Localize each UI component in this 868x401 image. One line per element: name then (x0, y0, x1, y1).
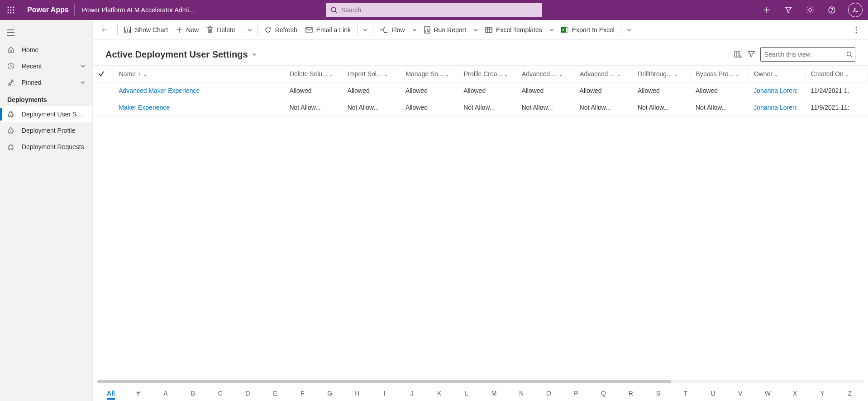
row-checkbox[interactable] (93, 99, 113, 116)
column-header[interactable]: Import Sol...⌄ (342, 66, 400, 82)
show-chart-button[interactable]: Show Chart (120, 23, 172, 37)
sidebar-item-deployment-user-settings[interactable]: Deployment User Se... (0, 106, 92, 122)
horizontal-scrollbar[interactable] (93, 378, 868, 385)
sidebar-item-home[interactable]: Home (0, 42, 92, 58)
help-icon[interactable] (821, 0, 843, 20)
alphabar-letter[interactable]: F (293, 390, 311, 397)
alphabar-letter[interactable]: J (403, 390, 421, 397)
sidebar-item-pinned[interactable]: Pinned (0, 74, 92, 91)
svg-line-33 (851, 56, 852, 57)
table-row[interactable]: Maker ExperienceNot Allow...Not Allow...… (93, 99, 868, 116)
alphabar-letter[interactable]: D (238, 390, 257, 397)
alphabar-letter[interactable]: R (622, 390, 640, 397)
alphabar-letter[interactable]: Y (813, 390, 831, 397)
column-header[interactable]: Advanced ...⌄ (516, 66, 574, 82)
row-checkbox[interactable] (93, 82, 113, 99)
column-header-name[interactable]: Name↑⌄ (113, 66, 284, 82)
avatar[interactable]: JL (848, 3, 863, 17)
alphabar-letter[interactable]: I (376, 390, 394, 397)
alphabar-letter[interactable]: N (512, 390, 530, 397)
delete-button[interactable]: Delete (203, 23, 238, 37)
export-excel-button[interactable]: Export to Excel (558, 23, 618, 37)
alphabar-letter[interactable]: C (211, 390, 229, 397)
email-chevron[interactable] (360, 28, 370, 32)
filter-icon[interactable] (748, 51, 755, 58)
table-row[interactable]: Advanced Maker ExperienceAllowedAllowedA… (93, 82, 868, 99)
alphabar-letter[interactable]: K (430, 390, 448, 397)
new-button[interactable]: New (172, 23, 202, 37)
delete-chevron[interactable] (245, 28, 255, 32)
alphabar-letter[interactable]: E (266, 390, 284, 397)
alphabar-letter[interactable]: T (677, 390, 695, 397)
cell-name[interactable]: Advanced Maker Experience (113, 82, 284, 99)
global-search-input[interactable] (341, 6, 538, 14)
alphabar-letter[interactable]: V (731, 390, 749, 397)
breadcrumb[interactable]: Power Platform ALM Accelerator Admi... (75, 6, 201, 14)
sidebar-item-recent[interactable]: Recent (0, 58, 92, 74)
edit-columns-icon[interactable] (734, 51, 742, 58)
column-header[interactable]: Advanced ...⌄ (574, 66, 632, 82)
alphabar-letter[interactable]: X (786, 390, 804, 397)
alphabar-letter[interactable]: Q (594, 390, 612, 397)
alphabar-letter[interactable]: O (540, 390, 558, 397)
global-search[interactable] (326, 3, 542, 17)
email-link-button[interactable]: Email a Link (302, 23, 354, 37)
column-header[interactable]: Delete Solu...⌄ (284, 66, 342, 82)
flow-button[interactable]: Flow (376, 23, 409, 37)
overflow-button[interactable] (849, 23, 863, 37)
alphabar-letter[interactable]: Z (841, 390, 859, 397)
cell: Not Allow... (516, 99, 574, 116)
sidebar-item-deployment-profile[interactable]: Deployment Profile (0, 122, 92, 139)
scrollbar-thumb[interactable] (97, 380, 671, 383)
column-header[interactable]: Bypass Pre...⌄ (690, 66, 748, 82)
alphabar-letter[interactable]: M (485, 390, 503, 397)
app-name[interactable]: Power Apps (22, 4, 75, 16)
view-selector-chevron[interactable] (252, 52, 257, 57)
alphabar-letter[interactable]: L (458, 390, 476, 397)
sidebar-item-label: Deployment User Se... (22, 111, 85, 118)
cell: Not Allow... (458, 99, 516, 116)
alphabar-letter[interactable]: B (184, 390, 202, 397)
excel-templates-icon (485, 26, 492, 34)
add-icon[interactable] (756, 0, 777, 20)
alphabar-letter[interactable]: H (348, 390, 366, 397)
run-report-chevron[interactable] (471, 28, 481, 32)
alphabar-letter[interactable]: G (321, 390, 339, 397)
cell-owner[interactable]: Johanna Loren: (748, 82, 805, 99)
view-search[interactable] (760, 47, 855, 62)
alphabar-letter[interactable]: W (758, 390, 777, 397)
svg-point-3 (8, 10, 9, 11)
filter-icon[interactable] (777, 0, 799, 20)
export-excel-chevron[interactable] (624, 28, 634, 32)
svg-point-13 (809, 9, 811, 11)
cmd-label: Email a Link (316, 26, 351, 34)
alphabar-letter[interactable]: A (157, 390, 175, 397)
alphabar-letter[interactable]: U (704, 390, 722, 397)
waffle-icon[interactable] (0, 0, 22, 20)
cell-name[interactable]: Maker Experience (113, 99, 284, 116)
cell-owner[interactable]: Johanna Loren: (748, 99, 805, 116)
column-header[interactable]: Profile Crea...⌄ (458, 66, 516, 82)
sidebar-section-header: Deployments (0, 91, 92, 106)
hamburger-icon[interactable] (0, 24, 22, 42)
cell: Allowed (458, 82, 516, 99)
excel-templates-button[interactable]: Excel Templates (482, 23, 546, 37)
view-search-input[interactable] (764, 51, 844, 58)
column-header[interactable]: Manage So...⌄ (400, 66, 458, 82)
back-button[interactable] (97, 23, 112, 37)
excel-templates-chevron[interactable] (547, 28, 557, 32)
refresh-button[interactable]: Refresh (261, 23, 301, 37)
select-all-checkbox[interactable] (93, 66, 113, 82)
alphabar-letter[interactable]: S (649, 390, 667, 397)
flow-chevron[interactable] (410, 28, 420, 32)
sidebar-item-deployment-requests[interactable]: Deployment Requests (0, 139, 92, 155)
column-header-owner[interactable]: Owner⌄ (748, 66, 805, 82)
column-header-created[interactable]: Created On⌄ (805, 66, 868, 82)
alphabar-letter[interactable]: P (567, 390, 585, 397)
alphabar-letter[interactable]: All (102, 390, 120, 397)
svg-point-1 (10, 7, 12, 8)
run-report-button[interactable]: Run Report (420, 23, 470, 37)
alphabar-letter[interactable]: # (129, 390, 147, 397)
gear-icon[interactable] (799, 0, 821, 20)
column-header[interactable]: Drillthroug...⌄ (632, 66, 690, 82)
